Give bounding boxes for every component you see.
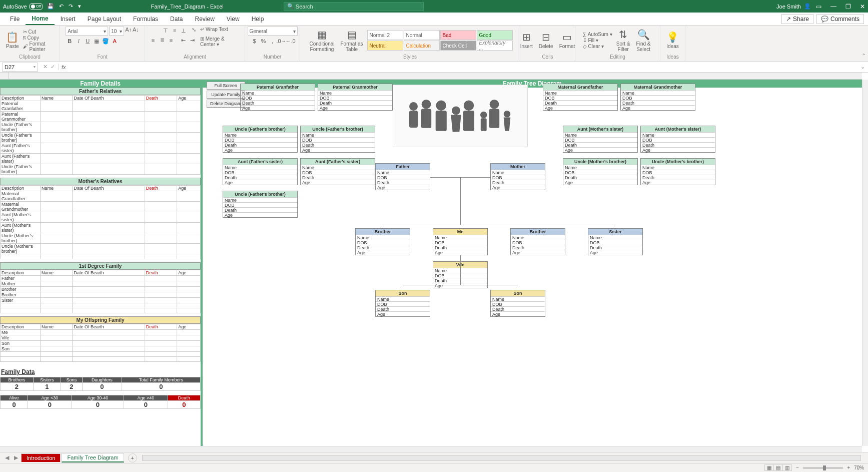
node-maternal-grandmother[interactable]: Maternal GrandmotherNameDOBDeathAge xyxy=(620,84,695,111)
tab-file[interactable]: File xyxy=(4,14,26,25)
currency-icon[interactable]: $ xyxy=(251,37,259,45)
user-account[interactable]: Joe Smith 👤 xyxy=(776,3,811,10)
table-row[interactable]: Sister xyxy=(1,298,201,303)
select-all-corner[interactable] xyxy=(0,73,9,80)
sheet-tab-introduction[interactable]: Introduction xyxy=(21,453,61,462)
style-normal[interactable]: Normal xyxy=(404,30,440,40)
table-row[interactable] xyxy=(1,308,201,313)
redo-icon[interactable]: ↷ xyxy=(69,3,73,10)
conditional-formatting-button[interactable]: ▦Conditional Formatting xyxy=(307,28,336,53)
underline-button[interactable]: U xyxy=(84,37,92,45)
table-row[interactable]: Uncle (Mother's brother) xyxy=(1,244,201,254)
format-as-table-button[interactable]: ▤Format as Table xyxy=(339,28,365,53)
style-calculation[interactable]: Calculation xyxy=(404,41,440,51)
fathers-relatives-table[interactable]: DescriptionNameDate Of BearthDeathAge Pa… xyxy=(0,95,201,175)
horizontal-scrollbar[interactable] xyxy=(0,446,862,452)
table-row[interactable]: Uncle (Father's brother) xyxy=(1,122,201,133)
zoom-in-icon[interactable]: + xyxy=(847,465,850,470)
node-sister[interactable]: SisterNameDOBDeathAge xyxy=(588,228,643,255)
style-normal2[interactable]: Normal 2 xyxy=(367,30,403,40)
ribbon-options-icon[interactable]: ▭ xyxy=(816,3,821,10)
fill-color-button[interactable]: 🪣 xyxy=(102,37,110,45)
paste-button[interactable]: 📋Paste xyxy=(4,31,21,50)
italic-button[interactable]: I xyxy=(75,37,83,45)
sort-filter-button[interactable]: ⇅Sort & Filter xyxy=(614,28,632,53)
node-aunt-mother-2[interactable]: Aunt (Mother's sister)NameDOBDeathAge xyxy=(640,126,715,153)
insert-cells-button[interactable]: ⊞Insert xyxy=(518,31,535,50)
fill-button[interactable]: ↧Fill ▾ xyxy=(583,38,612,43)
align-middle-icon[interactable]: ≡ xyxy=(171,27,179,35)
align-right-icon[interactable]: ≡ xyxy=(167,36,175,44)
next-sheet-icon[interactable]: ▶ xyxy=(12,454,20,461)
table-row[interactable]: Father xyxy=(1,276,201,281)
close-icon[interactable]: ✕ xyxy=(860,3,865,10)
table-row[interactable]: Uncle (Mother's brother) xyxy=(1,233,201,244)
node-mother[interactable]: MotherNameDOBDeathAge xyxy=(490,163,545,190)
sheet-tab-family-tree[interactable]: Family Tree Diagram xyxy=(62,453,124,462)
table-row[interactable]: Maternal Grandfather xyxy=(1,191,201,202)
node-father[interactable]: FatherNameDOBDeathAge xyxy=(375,163,430,190)
node-paternal-grandmother[interactable]: Paternal GranmotherNameDOBDeathAge xyxy=(318,84,393,111)
ideas-button[interactable]: 💡Ideas xyxy=(664,31,681,50)
normal-view-icon[interactable]: ▦ xyxy=(764,464,774,471)
prev-sheet-icon[interactable]: ◀ xyxy=(3,454,11,461)
bold-button[interactable]: B xyxy=(66,37,74,45)
align-left-icon[interactable]: ≡ xyxy=(149,36,157,44)
orientation-icon[interactable]: ⤡ xyxy=(192,27,196,35)
table-row[interactable]: Aunt (Father's sister) xyxy=(1,154,201,164)
table-row[interactable]: Paternal Granmother xyxy=(1,112,201,122)
table-row[interactable] xyxy=(1,357,201,362)
align-bottom-icon[interactable]: ⊥ xyxy=(180,27,188,35)
share-button[interactable]: ↗Share xyxy=(781,14,813,24)
node-aunt-father-1[interactable]: Aunt (Father's sister)NameDOBDeathAge xyxy=(223,158,298,185)
table-row[interactable]: Son xyxy=(1,346,201,352)
delete-diagram-button[interactable]: Delete Diagram xyxy=(207,100,245,108)
table-row[interactable]: Maternal Grandmother xyxy=(1,202,201,212)
save-icon[interactable]: 💾 xyxy=(47,3,54,10)
mothers-relatives-table[interactable]: DescriptionNameDate Of BearthDeathAge Ma… xyxy=(0,185,201,259)
fx-icon[interactable]: fx xyxy=(59,64,69,70)
wrap-text-button[interactable]: ↵ Wrap Text xyxy=(200,27,228,35)
zoom-slider[interactable] xyxy=(803,467,843,469)
delete-cells-button[interactable]: ⊟Delete xyxy=(537,31,555,50)
zoom-level[interactable]: 70% xyxy=(854,465,864,470)
align-center-icon[interactable]: ≣ xyxy=(158,36,166,44)
tab-home[interactable]: Home xyxy=(26,13,54,25)
tab-data[interactable]: Data xyxy=(164,14,189,25)
tab-help[interactable]: Help xyxy=(246,14,270,25)
node-me[interactable]: MeNameDOBDeathAge xyxy=(433,228,488,255)
tab-page-layout[interactable]: Page Layout xyxy=(82,14,127,25)
offspring-table[interactable]: DescriptionNameDate Of BearthDeathAge Me… xyxy=(0,324,201,362)
clear-button[interactable]: ◇Clear ▾ xyxy=(583,44,612,49)
comma-icon[interactable]: , xyxy=(269,37,277,45)
expand-formula-icon[interactable]: ⌄ xyxy=(857,64,868,70)
accept-formula-icon[interactable]: ✓ xyxy=(51,64,55,70)
full-screen-button[interactable]: Full Screen xyxy=(207,82,245,90)
tab-formulas[interactable]: Formulas xyxy=(127,14,164,25)
style-neutral[interactable]: Neutral xyxy=(367,41,403,51)
autosum-button[interactable]: ∑AutoSum ▾ xyxy=(583,32,612,37)
percent-icon[interactable]: % xyxy=(260,37,268,45)
format-painter-button[interactable]: 🖌Format Painter xyxy=(23,41,56,52)
node-son-1[interactable]: SonNameDOBDeathAge xyxy=(375,290,430,317)
decrease-decimal-icon[interactable]: ←.0 xyxy=(287,37,295,45)
increase-decimal-icon[interactable]: .0→ xyxy=(278,37,286,45)
search-box[interactable]: 🔍 Search xyxy=(284,2,424,11)
undo-icon[interactable]: ↶ xyxy=(59,3,64,10)
table-row[interactable]: Son xyxy=(1,341,201,346)
style-check-cell[interactable]: Check Cell xyxy=(440,41,476,51)
table-row[interactable] xyxy=(1,303,201,308)
node-uncle-father-3[interactable]: Uncle (Father's brother)NameDOBDeathAge xyxy=(223,191,298,218)
table-row[interactable] xyxy=(1,352,201,357)
cut-button[interactable]: ✂Cut xyxy=(23,29,56,35)
table-row[interactable]: Uncle (Father's brother) xyxy=(1,164,201,175)
node-uncle-mother-1[interactable]: Uncle (Mother's brother)NameDOBDeathAge xyxy=(563,158,638,185)
page-break-view-icon[interactable]: ▥ xyxy=(782,464,792,471)
node-aunt-mother-1[interactable]: Aunt (Mother's sister)NameDOBDeathAge xyxy=(563,126,638,153)
collapse-ribbon-icon[interactable]: ⌃ xyxy=(861,53,866,59)
tab-insert[interactable]: Insert xyxy=(55,14,82,25)
table-row[interactable]: Aunt (Father's sister) xyxy=(1,143,201,154)
align-top-icon[interactable]: ⊤ xyxy=(162,27,170,35)
table-row[interactable]: Uncle (Father's brother) xyxy=(1,133,201,143)
node-uncle-mother-2[interactable]: Uncle (Mother's brother)NameDOBDeathAge xyxy=(640,158,715,185)
